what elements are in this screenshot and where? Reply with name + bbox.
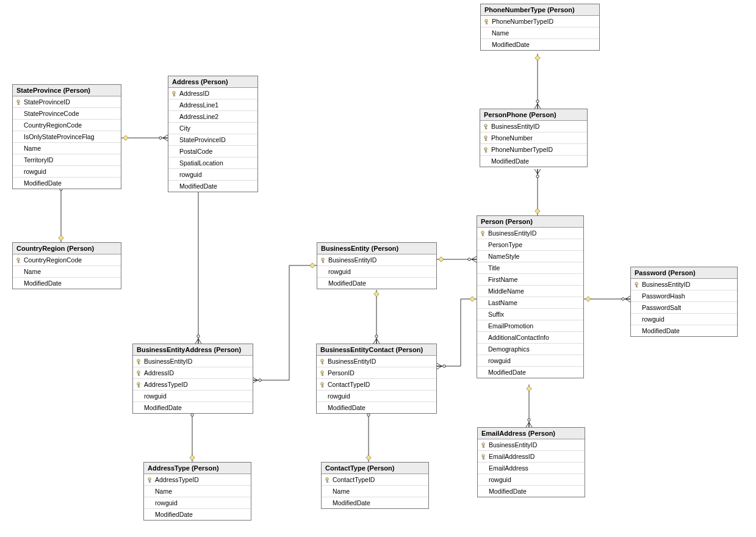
entity-column-row[interactable]: PhoneNumberTypeID <box>481 16 599 27</box>
entity-column-row[interactable]: City <box>168 123 257 134</box>
svg-rect-75 <box>139 386 140 387</box>
entity-column-row[interactable]: ModifiedDate <box>317 278 436 289</box>
entity-header[interactable]: PhoneNumberType (Person) <box>481 4 599 16</box>
entity-business-entity[interactable]: BusinessEntity (Person)BusinessEntityIDr… <box>317 242 437 289</box>
entity-column-row[interactable]: AddressID <box>168 88 257 99</box>
entity-column-row[interactable]: StateProvinceID <box>168 134 257 146</box>
entity-password[interactable]: Password (Person)BusinessEntityIDPasswor… <box>630 267 738 337</box>
entity-column-row[interactable]: NameStyle <box>477 251 583 262</box>
entity-header[interactable]: BusinessEntity (Person) <box>317 243 436 254</box>
entity-column-row[interactable]: IsOnlyStateProvinceFlag <box>13 131 121 143</box>
entity-column-row[interactable]: TerritoryID <box>13 154 121 166</box>
entity-column-row[interactable]: AddressTypeID <box>144 474 251 486</box>
entity-column-row[interactable]: SpatialLocation <box>168 157 257 169</box>
entity-column-row[interactable]: EmailPromotion <box>477 320 583 332</box>
entity-column-row[interactable]: ModifiedDate <box>477 367 583 378</box>
entity-column-row[interactable]: BusinessEntityID <box>477 228 583 239</box>
entity-column-row[interactable]: PasswordSalt <box>631 302 737 314</box>
entity-column-row[interactable]: Name <box>13 266 121 278</box>
entity-column-row[interactable]: ModifiedDate <box>478 486 585 497</box>
entity-column-row[interactable]: Name <box>13 143 121 154</box>
entity-header[interactable]: AddressType (Person) <box>144 463 251 474</box>
entity-header[interactable]: BusinessEntityAddress (Person) <box>133 344 253 356</box>
entity-address-type[interactable]: AddressType (Person)AddressTypeIDNamerow… <box>143 462 251 521</box>
entity-column-row[interactable]: BusinessEntityID <box>317 254 436 266</box>
entity-column-row[interactable]: ModifiedDate <box>317 402 436 413</box>
entity-header[interactable]: StateProvince (Person) <box>13 85 121 96</box>
entity-column-row[interactable]: rowguid <box>144 497 251 509</box>
entity-column-row[interactable]: Name <box>144 486 251 497</box>
entity-column-row[interactable]: BusinessEntityID <box>631 279 737 290</box>
entity-column-row[interactable]: Suffix <box>477 309 583 320</box>
entity-column-row[interactable]: MiddleName <box>477 286 583 297</box>
entity-business-entity-contact[interactable]: BusinessEntityContact (Person)BusinessEn… <box>316 344 437 414</box>
entity-column-row[interactable]: AddressLine1 <box>168 99 257 111</box>
entity-column-row[interactable]: FirstName <box>477 274 583 286</box>
entity-column-row[interactable]: CountryRegionCode <box>13 254 121 266</box>
entity-column-row[interactable]: rowguid <box>631 314 737 325</box>
entity-column-row[interactable]: PersonID <box>317 367 436 379</box>
entity-person-phone[interactable]: PersonPhone (Person)BusinessEntityIDPhon… <box>480 109 588 167</box>
entity-column-row[interactable]: StateProvinceID <box>13 96 121 108</box>
entity-column-row[interactable]: rowguid <box>478 474 585 486</box>
entity-column-row[interactable]: ContactTypeID <box>322 474 428 486</box>
entity-column-row[interactable]: Name <box>322 486 428 497</box>
entity-column-row[interactable]: ModifiedDate <box>13 178 121 189</box>
entity-header[interactable]: CountryRegion (Person) <box>13 243 121 254</box>
entity-column-row[interactable]: ModifiedDate <box>144 509 251 520</box>
entity-column-row[interactable]: PhoneNumber <box>480 132 587 144</box>
entity-column-row[interactable]: AdditionalContactInfo <box>477 332 583 344</box>
svg-rect-48 <box>486 128 487 129</box>
entity-email-address[interactable]: EmailAddress (Person)BusinessEntityIDEma… <box>477 427 585 497</box>
entity-column-row[interactable]: EmailAddressID <box>478 451 585 463</box>
entity-column-row[interactable]: ModifiedDate <box>480 156 587 167</box>
entity-header[interactable]: EmailAddress (Person) <box>478 428 585 439</box>
entity-column-row[interactable]: Demographics <box>477 344 583 355</box>
entity-column-row[interactable]: LastName <box>477 297 583 309</box>
entity-column-row[interactable]: rowguid <box>317 391 436 402</box>
entity-header[interactable]: Address (Person) <box>168 76 257 88</box>
entity-column-row[interactable]: rowguid <box>168 169 257 181</box>
entity-phone-number-type[interactable]: PhoneNumberType (Person)PhoneNumberTypeI… <box>480 4 600 51</box>
entity-column-row[interactable]: PostalCode <box>168 146 257 157</box>
entity-column-row[interactable]: BusinessEntityID <box>317 356 436 367</box>
entity-column-row[interactable]: Name <box>481 27 599 39</box>
entity-column-row[interactable]: ModifiedDate <box>631 325 737 336</box>
entity-column-row[interactable]: AddressLine2 <box>168 111 257 123</box>
entity-column-row[interactable]: AddressID <box>133 367 253 379</box>
entity-country-region[interactable]: CountryRegion (Person)CountryRegionCodeN… <box>12 242 121 289</box>
entity-address[interactable]: Address (Person)AddressIDAddressLine1Add… <box>168 76 258 192</box>
entity-column-row[interactable]: Title <box>477 262 583 274</box>
entity-column-row[interactable]: BusinessEntityID <box>478 439 585 451</box>
entity-header[interactable]: ContactType (Person) <box>322 463 428 474</box>
entity-header[interactable]: PersonPhone (Person) <box>480 109 587 121</box>
entity-column-row[interactable]: ModifiedDate <box>322 497 428 508</box>
entity-column-row[interactable]: PasswordHash <box>631 290 737 302</box>
entity-column-row[interactable]: rowguid <box>13 166 121 178</box>
entity-person[interactable]: Person (Person)BusinessEntityIDPersonTyp… <box>477 215 584 378</box>
entity-column-row[interactable]: ModifiedDate <box>13 278 121 289</box>
entity-business-entity-address[interactable]: BusinessEntityAddress (Person)BusinessEn… <box>132 344 253 414</box>
entity-column-row[interactable]: CountryRegionCode <box>13 120 121 131</box>
entity-column-row[interactable]: BusinessEntityID <box>133 356 253 367</box>
column-name: rowguid <box>489 475 582 484</box>
entity-header[interactable]: Password (Person) <box>631 267 737 279</box>
entity-column-row[interactable]: PhoneNumberTypeID <box>480 144 587 156</box>
entity-column-row[interactable]: BusinessEntityID <box>480 121 587 132</box>
svg-rect-90 <box>483 458 484 459</box>
entity-column-row[interactable]: ModifiedDate <box>481 39 599 50</box>
entity-column-row[interactable]: PersonType <box>477 239 583 251</box>
entity-column-row[interactable]: ModifiedDate <box>133 402 253 413</box>
entity-column-row[interactable]: rowguid <box>133 391 253 402</box>
entity-state-province[interactable]: StateProvince (Person)StateProvinceIDSta… <box>12 84 121 189</box>
entity-column-row[interactable]: rowguid <box>477 355 583 367</box>
entity-header[interactable]: BusinessEntityContact (Person) <box>317 344 436 356</box>
entity-column-row[interactable]: AddressTypeID <box>133 379 253 391</box>
entity-column-row[interactable]: EmailAddress <box>478 463 585 474</box>
entity-column-row[interactable]: StateProvinceCode <box>13 108 121 120</box>
entity-header[interactable]: Person (Person) <box>477 216 583 228</box>
entity-contact-type[interactable]: ContactType (Person)ContactTypeIDNameMod… <box>321 462 429 509</box>
entity-column-row[interactable]: ModifiedDate <box>168 181 257 192</box>
entity-column-row[interactable]: ContactTypeID <box>317 379 436 391</box>
entity-column-row[interactable]: rowguid <box>317 266 436 278</box>
